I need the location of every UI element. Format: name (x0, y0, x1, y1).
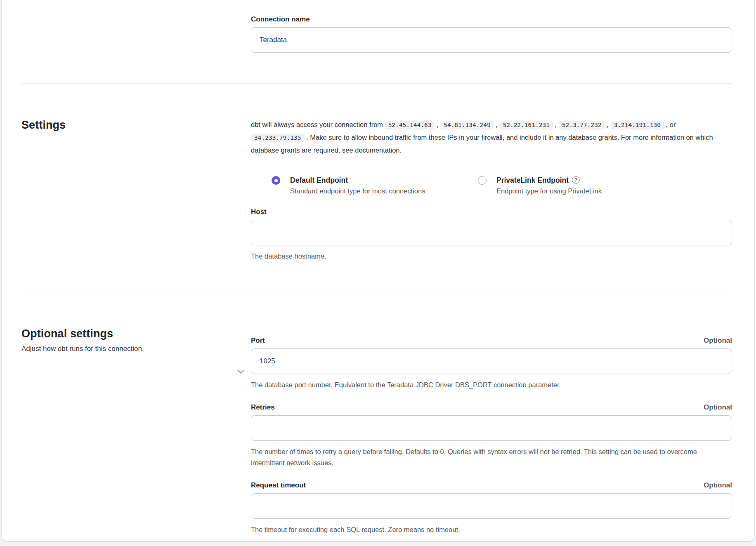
ip-allowlist-text: dbt will always access your connection f… (251, 118, 717, 156)
host-helper-text: The database hostname. (251, 251, 732, 262)
documentation-link[interactable]: documentation (355, 146, 399, 154)
ip-address-chip: 52.3.77.232 (559, 121, 605, 129)
field-label: Retries (251, 403, 275, 412)
connection-settings-card: Connection name Settings dbt will always… (2, 0, 754, 541)
radio-icon[interactable] (272, 176, 280, 185)
field-label: Request timeout (251, 481, 306, 490)
field-input[interactable] (251, 493, 732, 519)
connection-name-label: Connection name (251, 15, 732, 24)
endpoint-radio-option[interactable]: PrivateLink Endpoint? Endpoint type for … (478, 175, 732, 196)
chevron-down-icon[interactable] (237, 369, 244, 374)
optional-field-group: Request timeout Optional The timeout for… (251, 481, 732, 535)
field-helper-text: The timeout for executing each SQL reque… (251, 524, 732, 535)
host-field-group: Host The database hostname. (251, 207, 732, 262)
endpoint-label: PrivateLink Endpoint (496, 176, 569, 184)
endpoint-radio-option[interactable]: Default Endpoint? Standard endpoint type… (272, 175, 478, 196)
host-label: Host (251, 207, 732, 217)
optional-settings-section: Optional settings Adjust how dbt runs fo… (2, 294, 754, 541)
help-icon[interactable]: ? (572, 176, 580, 184)
endpoint-description: Endpoint type for using PrivateLink. (496, 186, 604, 196)
radio-icon[interactable] (478, 176, 487, 185)
connection-name-input[interactable] (251, 27, 732, 53)
endpoint-label: Default Endpoint (290, 176, 348, 184)
connection-name-section: Connection name (2, 0, 754, 83)
optional-field-group: Port Optional The database port number. … (251, 336, 732, 391)
field-label: Port (251, 336, 265, 345)
ip-address-chip: 54.81.134.249 (440, 121, 494, 129)
optional-badge: Optional (704, 403, 732, 412)
field-input[interactable] (251, 348, 732, 374)
ip-address-chip: 52.45.144.63 (385, 121, 435, 129)
optional-fields-list: Port Optional The database port number. … (251, 336, 732, 535)
settings-heading: Settings (21, 118, 251, 132)
optional-field-group: Retries Optional The number of times to … (251, 403, 732, 468)
endpoint-description: Standard endpoint type for most connecti… (290, 186, 427, 196)
ip-address-chip: 52.22.161.231 (499, 121, 553, 129)
field-helper-text: The database port number. Equivalent to … (251, 379, 732, 391)
field-helper-text: The number of times to retry a query bef… (251, 446, 732, 468)
optional-settings-heading: Optional settings (21, 327, 251, 340)
ip-address-chip: 34.233.79.135 (251, 134, 305, 142)
optional-badge: Optional (704, 481, 732, 490)
optional-settings-subheading: Adjust how dbt runs for this connection. (21, 344, 251, 354)
optional-badge: Optional (704, 337, 732, 345)
endpoint-radio-group: Default Endpoint? Standard endpoint type… (272, 175, 732, 196)
host-input[interactable] (251, 220, 732, 245)
field-input[interactable] (251, 415, 732, 441)
ip-address-chip: 3.214.191.130 (611, 121, 664, 129)
settings-section: Settings dbt will always access your con… (2, 84, 754, 294)
